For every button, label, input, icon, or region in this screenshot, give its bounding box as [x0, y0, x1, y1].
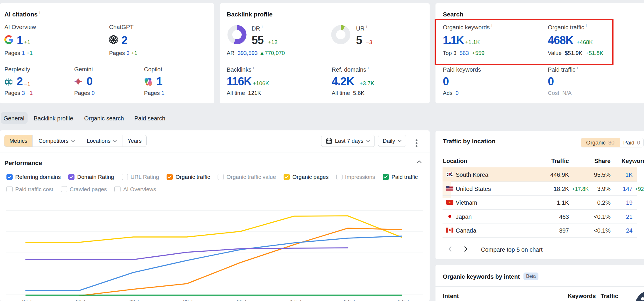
svg-text:29 Jan: 29 Jan — [129, 299, 144, 301]
svg-text:28 Jan: 28 Jan — [76, 299, 91, 301]
svg-text:30 Jan: 30 Jan — [183, 299, 198, 301]
svg-text:1 Feb: 1 Feb — [290, 299, 303, 301]
svg-text:31 Jan: 31 Jan — [237, 299, 252, 301]
svg-text:27 Jan: 27 Jan — [22, 299, 37, 301]
svg-text:3 Feb: 3 Feb — [398, 299, 410, 301]
svg-text:2 Feb: 2 Feb — [344, 299, 356, 301]
